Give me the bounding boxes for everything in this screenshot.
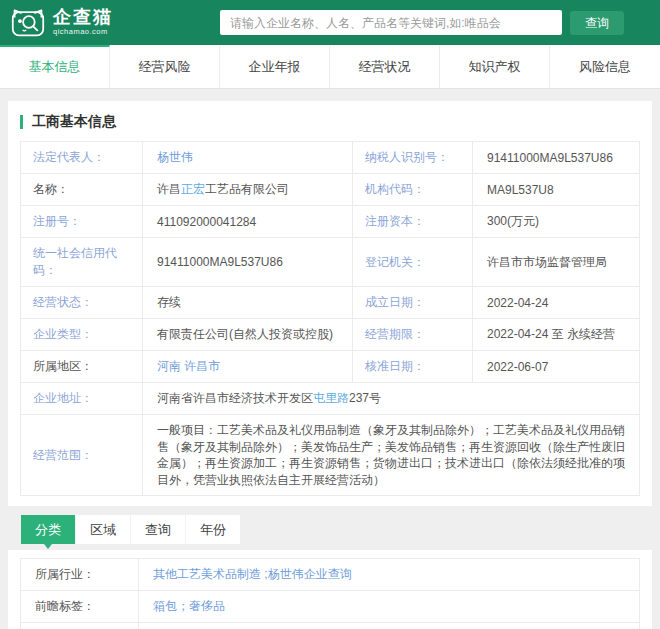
filter-tab-label: 分类: [35, 522, 61, 537]
value-text: 91411000MA9L537U86: [157, 255, 283, 269]
field-value: 有限责任公司(自然人投资或控股): [143, 319, 353, 351]
filter-tab-query[interactable]: 查询: [131, 515, 186, 544]
business-info-card: 工商基本信息 法定代表人： 杨世伟 纳税人识别号： 91411000MA9L53…: [8, 101, 652, 506]
top-header: 企查猫 qichamao.com 查询: [0, 0, 660, 45]
nav-tabs: 基本信息 经营风险 企业年报 经营状况 知识产权 风险信息: [0, 45, 660, 89]
table-row: 展会标签： 婚纱摄影器材；珠宝首饰: [21, 623, 640, 629]
field-value: 河南 许昌市: [143, 351, 353, 383]
field-label: 展会标签：: [21, 623, 139, 629]
field-label: 所属地区：: [21, 351, 143, 383]
table-row: 所属地区： 河南 许昌市 核准日期： 2022-06-07: [21, 351, 640, 383]
field-label: 注册资本：: [353, 206, 473, 238]
value-text: 许昌市市场监督管理局: [487, 255, 607, 269]
value-text: MA9L537U8: [487, 183, 554, 197]
filter-tab-region[interactable]: 区域: [76, 515, 131, 544]
field-label: 经营范围：: [21, 415, 143, 496]
value-text: 411092000041284: [157, 215, 256, 229]
separator: ;: [261, 567, 268, 581]
field-value: 91411000MA9L537U86: [473, 142, 640, 174]
keyword-highlight: 正宏: [181, 182, 205, 196]
search-input[interactable]: [220, 10, 562, 35]
tab-basic-info[interactable]: 基本信息: [0, 45, 110, 88]
table-row-business-scope: 经营范围： 一般项目：工艺美术品及礼仪用品制造（象牙及其制品除外）；工艺美术品及…: [21, 415, 640, 496]
value-link[interactable]: 杨世伟: [157, 150, 193, 164]
value-text: 河南省许昌市经济技术开发区: [157, 391, 313, 405]
value-text: 2022-06-07: [487, 360, 548, 374]
field-value: 91411000MA9L537U86: [143, 238, 353, 287]
logo-text: 企查猫 qichamao.com: [53, 8, 113, 36]
section-title: 工商基本信息: [20, 113, 640, 131]
table-row: 统一社会信用代码： 91411000MA9L537U86 登记机关： 许昌市市场…: [21, 238, 640, 287]
value-link[interactable]: 奢侈品: [189, 599, 225, 613]
section-title-text: 工商基本信息: [32, 113, 116, 131]
value-text: 2022-04-24 至 永续经营: [487, 327, 615, 341]
logo-title: 企查猫: [53, 8, 113, 26]
value-text: 工艺品有限公司: [205, 182, 289, 196]
field-label: 核准日期：: [353, 351, 473, 383]
field-value: 2022-04-24: [473, 287, 640, 319]
field-label: 名称：: [21, 174, 143, 206]
table-row: 所属行业： 其他工艺美术品制造 ;杨世伟企业查询: [21, 559, 640, 591]
field-value: 300(万元): [473, 206, 640, 238]
keyword-highlight: 屯里路: [313, 391, 349, 405]
tab-annual-report[interactable]: 企业年报: [220, 45, 330, 88]
field-label: 企业类型：: [21, 319, 143, 351]
search-button[interactable]: 查询: [570, 11, 624, 35]
table-row: 经营状态： 存续 成立日期： 2022-04-24: [21, 287, 640, 319]
field-value: 一般项目：工艺美术品及礼仪用品制造（象牙及其制品除外）；工艺美术品及礼仪用品销售…: [143, 415, 640, 496]
value-text: 存续: [157, 295, 181, 309]
table-row: 法定代表人： 杨世伟 纳税人识别号： 91411000MA9L537U86: [21, 142, 640, 174]
field-value: 许昌正宏工艺品有限公司: [143, 174, 353, 206]
field-label: 注册号：: [21, 206, 143, 238]
logo-domain: qichamao.com: [53, 28, 113, 36]
value-text: 一般项目：工艺美术品及礼仪用品制造（象牙及其制品除外）；工艺美术品及礼仪用品销售…: [157, 423, 625, 487]
table-row: 企业类型： 有限责任公司(自然人投资或控股) 经营期限： 2022-04-24 …: [21, 319, 640, 351]
field-label: 法定代表人：: [21, 142, 143, 174]
value-link[interactable]: 杨世伟企业查询: [268, 567, 352, 581]
value-text: 有限责任公司(自然人投资或控股): [157, 327, 333, 341]
field-value: MA9L537U8: [473, 174, 640, 206]
value-link[interactable]: 河南 许昌市: [157, 359, 220, 373]
tab-operating-status[interactable]: 经营状况: [330, 45, 440, 88]
value-link[interactable]: 其他工艺美术品制造: [153, 567, 261, 581]
field-label: 纳税人识别号：: [353, 142, 473, 174]
tab-risk-info[interactable]: 风险信息: [550, 45, 660, 88]
field-label: 登记机关：: [353, 238, 473, 287]
field-value: 存续: [143, 287, 353, 319]
filter-tabs: 分类 区域 查询 年份: [20, 514, 241, 545]
table-row: 注册号： 411092000041284 注册资本： 300(万元): [21, 206, 640, 238]
active-tab-arrow-icon: [44, 544, 52, 549]
field-label: 机构代码：: [353, 174, 473, 206]
value-text: 300(万元): [487, 214, 539, 228]
field-label: 所属行业：: [21, 559, 139, 591]
field-value: 婚纱摄影器材；珠宝首饰: [139, 623, 640, 629]
field-label: 经营状态：: [21, 287, 143, 319]
field-value: 2022-06-07: [473, 351, 640, 383]
field-value: 许昌市市场监督管理局: [473, 238, 640, 287]
table-row: 前瞻标签： 箱包；奢侈品: [21, 591, 640, 623]
site-logo[interactable]: 企查猫 qichamao.com: [10, 5, 113, 39]
tab-intellectual-property[interactable]: 知识产权: [440, 45, 550, 88]
field-value: 箱包；奢侈品: [139, 591, 640, 623]
table-row-address: 企业地址： 河南省许昌市经济技术开发区屯里路237号: [21, 383, 640, 415]
field-value: 河南省许昌市经济技术开发区屯里路237号: [143, 383, 640, 415]
table-row: 名称： 许昌正宏工艺品有限公司 机构代码： MA9L537U8: [21, 174, 640, 206]
separator: ；: [177, 599, 189, 613]
tab-operating-risk[interactable]: 经营风险: [110, 45, 220, 88]
field-label: 经营期限：: [353, 319, 473, 351]
field-value: 杨世伟: [143, 142, 353, 174]
page: 企查猫 qichamao.com 查询 基本信息 经营风险 企业年报 经营状况 …: [0, 0, 660, 629]
filter-tab-category[interactable]: 分类: [21, 515, 76, 544]
field-value: 2022-04-24 至 永续经营: [473, 319, 640, 351]
section-accent-bar: [20, 115, 23, 129]
filter-tab-year[interactable]: 年份: [186, 515, 240, 544]
value-text: 2022-04-24: [487, 296, 548, 310]
cat-magnifier-icon: [10, 5, 46, 39]
field-value: 其他工艺美术品制造 ;杨世伟企业查询: [139, 559, 640, 591]
field-label: 前瞻标签：: [21, 591, 139, 623]
tags-table: 所属行业： 其他工艺美术品制造 ;杨世伟企业查询 前瞻标签： 箱包；奢侈品 展会…: [20, 558, 640, 629]
business-info-table: 法定代表人： 杨世伟 纳税人识别号： 91411000MA9L537U86 名称…: [20, 141, 640, 496]
field-label: 统一社会信用代码：: [21, 238, 143, 287]
field-label: 成立日期：: [353, 287, 473, 319]
value-link[interactable]: 箱包: [153, 599, 177, 613]
